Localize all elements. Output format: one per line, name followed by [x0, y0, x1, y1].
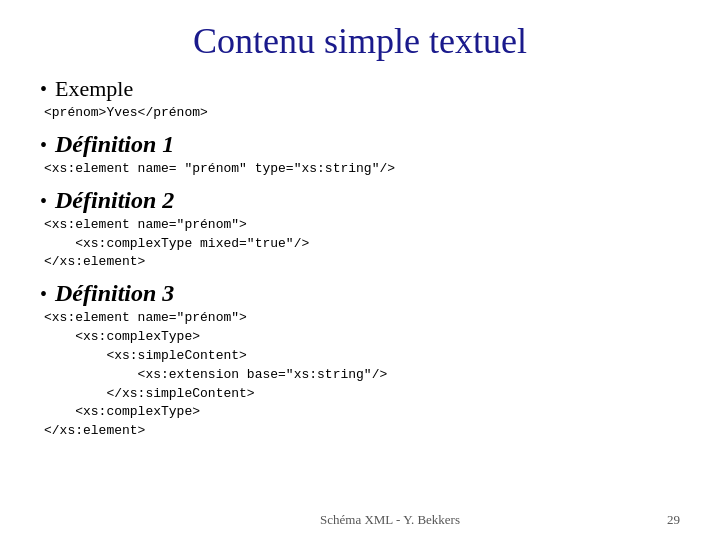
bullet-icon-2: • — [40, 134, 47, 157]
section-exemple: • Exemple <prénom>Yves</prénom> — [40, 76, 680, 127]
bullet-def2: • Définition 2 — [40, 187, 680, 214]
bullet-label-2: Définition 1 — [55, 131, 174, 158]
bullet-icon-3: • — [40, 190, 47, 213]
section-def3: • Définition 3 <xs:element name="prénom"… — [40, 280, 680, 445]
code-block-3: <xs:element name="prénom"> <xs:complexTy… — [44, 216, 680, 273]
code-block-4: <xs:element name="prénom"> <xs:complexTy… — [44, 309, 680, 441]
bullet-def1: • Définition 1 — [40, 131, 680, 158]
bullet-def3: • Définition 3 — [40, 280, 680, 307]
bullet-icon-4: • — [40, 283, 47, 306]
code-block-2: <xs:element name= "prénom" type="xs:stri… — [44, 160, 680, 179]
slide-title: Contenu simple textuel — [40, 20, 680, 62]
bullet-label-4: Définition 3 — [55, 280, 174, 307]
bullet-exemple: • Exemple — [40, 76, 680, 102]
bullet-label-3: Définition 2 — [55, 187, 174, 214]
footer-text: Schéma XML - Y. Bekkers — [60, 512, 720, 528]
section-def1: • Définition 1 <xs:element name= "prénom… — [40, 131, 680, 183]
bullet-icon-1: • — [40, 78, 47, 101]
bullet-label-1: Exemple — [55, 76, 133, 102]
footer-page: 29 — [667, 512, 680, 528]
footer: Schéma XML - Y. Bekkers 29 — [0, 512, 720, 528]
slide: Contenu simple textuel • Exemple <prénom… — [0, 0, 720, 540]
section-def2: • Définition 2 <xs:element name="prénom"… — [40, 187, 680, 277]
code-block-1: <prénom>Yves</prénom> — [44, 104, 680, 123]
